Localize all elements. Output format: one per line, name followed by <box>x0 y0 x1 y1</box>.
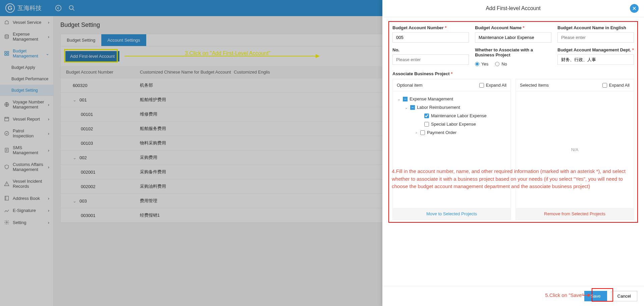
close-icon <box>632 6 637 11</box>
chevron-right-icon: › <box>48 131 49 136</box>
na-placeholder: N/A <box>516 91 634 208</box>
input-account-name-en[interactable] <box>557 32 634 43</box>
svg-rect-3 <box>5 51 6 53</box>
input-account-name[interactable] <box>475 32 551 43</box>
sidebar-label: Patrol Inspectiion <box>13 128 45 138</box>
sidebar-label: Address Book <box>13 196 40 201</box>
book-icon <box>4 195 9 201</box>
sidebar: Vessel Service › Expense Management › Bu… <box>0 16 54 306</box>
remove-selected-button[interactable]: Remove from Selected Projects <box>516 208 634 220</box>
sidebar-item-budget[interactable]: Budget Management ⌄ <box>0 45 53 62</box>
chevron-right-icon: › <box>48 34 49 39</box>
sidebar-label: Budget Apply <box>11 65 35 70</box>
svg-point-1 <box>69 6 73 10</box>
svg-rect-6 <box>7 54 9 55</box>
chevron-right-icon: › <box>48 117 49 122</box>
account-number: 002001 <box>81 170 95 175</box>
account-cn-name: 经费报销1 <box>140 212 234 218</box>
tree-node-labor[interactable]: ⌄ − Labor Reimbursement <box>397 103 506 112</box>
account-cn-name: 物料采购费用 <box>140 140 234 146</box>
chevron-right-icon: › <box>48 165 49 170</box>
stack-icon <box>4 34 9 39</box>
tree-leaf-special[interactable]: Special Labor Expense <box>397 120 506 128</box>
sidebar-item-sms[interactable]: SMS Management › <box>0 142 53 159</box>
close-button[interactable] <box>630 4 639 13</box>
label-associate-q: Whether to Associate with a Business Pro… <box>475 47 551 57</box>
tab-account-settings[interactable]: Account Settings <box>101 34 146 46</box>
account-number: 002 <box>79 155 87 160</box>
expand-all-right[interactable]: Expand All <box>602 83 630 88</box>
account-cn-name: 采购备件费用 <box>140 169 234 175</box>
cancel-button[interactable]: Cancel <box>611 291 637 301</box>
account-cn-name: 船舶维护费用 <box>140 97 234 103</box>
check-circle-icon <box>4 131 9 136</box>
checkbox-payment[interactable] <box>420 130 425 135</box>
chevron-down-icon[interactable]: ⌄ <box>404 105 408 110</box>
modal-title: Add First-level Account <box>486 5 541 11</box>
input-no[interactable] <box>392 54 469 65</box>
sidebar-item-esign[interactable]: E-Signature › <box>0 204 53 216</box>
chevron-down-icon[interactable]: ⌄ <box>73 155 77 160</box>
svg-rect-11 <box>5 196 9 200</box>
label-account-number: Budget Account Number * <box>392 25 469 30</box>
minus-icon[interactable]: − <box>410 105 415 110</box>
chevron-right-icon: › <box>48 196 49 201</box>
minus-icon[interactable]: − <box>403 97 408 101</box>
account-cn-name: 采购费用 <box>140 155 234 161</box>
chevron-down-icon: ⌄ <box>46 51 49 56</box>
sidebar-item-customs[interactable]: Customs Affairs Management › <box>0 159 53 175</box>
sidebar-item-patrol[interactable]: Patrol Inspectiion › <box>0 125 53 142</box>
tab-budget-setting[interactable]: Budget Setting <box>61 34 101 46</box>
move-selected-button[interactable]: Move to Selected Projects <box>393 208 511 220</box>
sidebar-item-incident[interactable]: Vessel Incident Records <box>0 175 53 192</box>
sidebar-item-report[interactable]: Vessel Report › <box>0 113 53 125</box>
account-number: 002002 <box>81 184 95 189</box>
sidebar-item-vessel-service[interactable]: Vessel Service › <box>0 16 53 28</box>
account-number: 00102 <box>81 126 93 131</box>
selected-title: Selected Items <box>520 83 549 88</box>
sidebar-label: Budget Performance <box>11 77 48 81</box>
selected-items-box: Selected Items Expand All N/A Remove fro… <box>516 79 634 220</box>
expand-all-left[interactable]: Expand All <box>479 83 506 88</box>
optional-items-box: Optional item Expand All ⌄ − Expense Man… <box>392 79 511 220</box>
sidebar-item-budget-apply[interactable]: Budget Apply <box>0 62 53 73</box>
input-dept[interactable] <box>557 54 634 65</box>
col-cn-name: Customized Chinese Name for Budget Accou… <box>140 70 234 75</box>
doc-icon <box>4 147 9 153</box>
logo-icon: G <box>5 3 15 13</box>
sidebar-item-budget-performance[interactable]: Budget Performance <box>0 73 53 85</box>
sidebar-label: Voyage Number Management <box>13 99 45 110</box>
checkbox-special[interactable] <box>424 122 429 127</box>
tree-node-expense[interactable]: ⌄ − Expense Management <box>397 95 506 103</box>
annotation-arrow-5 <box>582 295 590 296</box>
sidebar-item-voyage[interactable]: Voyage Number Management › <box>0 96 53 113</box>
chevron-down-icon[interactable]: ⌄ <box>397 96 401 101</box>
tree-node-payment[interactable]: › Payment Order <box>397 128 506 137</box>
svg-point-2 <box>5 35 9 36</box>
chevron-down-icon[interactable]: ⌄ <box>73 199 77 204</box>
sidebar-label: Budget Setting <box>11 88 38 93</box>
calendar-icon <box>4 116 9 122</box>
sidebar-item-expense[interactable]: Expense Management › <box>0 28 53 45</box>
account-cn-name: 采购油料费用 <box>140 183 234 189</box>
sidebar-label: Vessel Report <box>13 117 40 122</box>
account-number: 001 <box>79 97 87 102</box>
sidebar-item-address[interactable]: Address Book › <box>0 192 53 204</box>
svg-point-12 <box>6 222 7 223</box>
form-outline: Budget Account Number * Budget Account N… <box>388 21 638 223</box>
add-first-level-button[interactable]: Add First-level Account <box>65 51 119 61</box>
checkbox-maintenance[interactable] <box>424 114 429 118</box>
input-account-number[interactable] <box>392 32 469 43</box>
sidebar-item-setting[interactable]: Setting › <box>0 216 53 228</box>
annotation-text-3: 3.Click on "Add First-Level Account" <box>185 50 270 56</box>
sidebar-label: Customs Affairs Management <box>13 162 45 172</box>
radio-yes[interactable]: Yes <box>475 61 488 67</box>
radio-no[interactable]: No <box>495 61 507 67</box>
back-icon[interactable] <box>55 5 62 11</box>
chevron-down-icon[interactable]: ⌄ <box>73 97 77 102</box>
svg-rect-4 <box>7 51 9 53</box>
chevron-right-icon[interactable]: › <box>414 130 418 135</box>
search-icon[interactable] <box>68 5 75 11</box>
tree-leaf-maintenance[interactable]: Maintenance Labor Expense <box>397 112 506 120</box>
sidebar-item-budget-setting[interactable]: Budget Setting <box>0 85 53 96</box>
